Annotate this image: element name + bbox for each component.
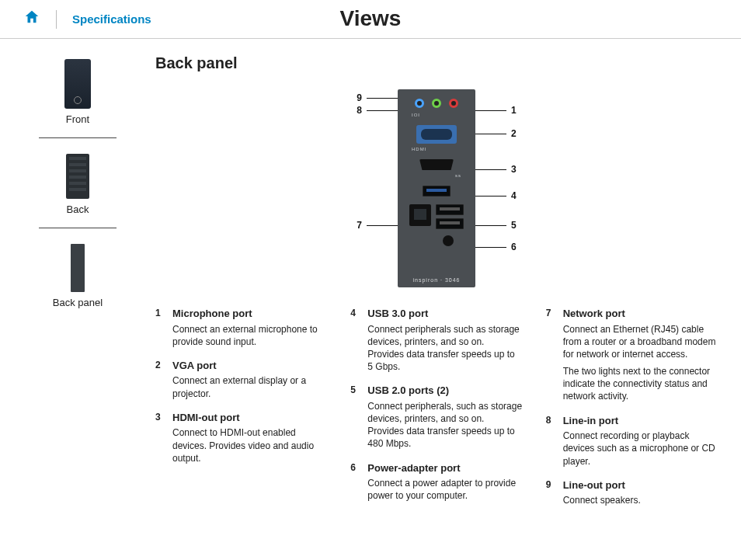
item-number: 6 [350,461,360,503]
sidebar-item-back[interactable]: Back [66,149,89,215]
item-description: Connect an Ethernet (RJ45) cable from a … [563,323,718,403]
mic-jack-icon [449,99,458,108]
usb2-port-icon [436,204,464,215]
item-title: Network port [563,307,718,321]
item-title: Line-in port [563,414,718,428]
item-number: 8 [546,414,555,468]
port-item-2: 2VGA portConnect an external display or … [155,359,327,400]
port-descriptions: 1Microphone portConnect an external micr… [155,307,718,507]
specifications-link[interactable]: Specifications [72,12,151,26]
item-title: USB 3.0 port [367,307,522,321]
port-item-6: 6Power-adapter portConnect a power adapt… [350,461,522,503]
line-in-jack-icon [415,99,424,108]
sidebar-divider [39,228,117,228]
usb3-side-label: ss [455,173,461,178]
item-number: 3 [155,411,165,464]
item-description: Connect peripherals such as storage devi… [367,323,522,374]
item-number: 4 [350,307,360,373]
hdmi-port-icon [419,159,454,170]
sidebar-item-back-panel[interactable]: Back panel [53,239,103,308]
section-title: Back panel [155,54,718,72]
port-item-4: 4USB 3.0 portConnect peripherals such as… [350,307,522,373]
callout-9: 9 [357,92,398,103]
back-thumbnail-icon [66,154,89,199]
sidebar-item-label: Front [66,113,89,125]
item-title: Power-adapter port [367,461,522,475]
hdmi-label: HDMI [412,147,426,151]
item-title: Line-out port [563,478,718,492]
callout-4: 4 [475,190,517,201]
item-description: Connect an external microphone to provid… [172,323,327,348]
callout-8: 8 [357,105,398,116]
item-description: Connect recording or playback devices su… [563,430,718,468]
port-item-7: 7Network portConnect an Ethernet (RJ45) … [546,307,718,403]
item-number: 7 [546,307,555,403]
port-item-3: 3HDMI-out portConnect to HDMI-out enable… [155,411,327,464]
item-number: 1 [155,307,165,348]
item-description: Connect peripherals, such as storage dev… [367,400,522,450]
port-item-8: 8Line-in portConnect recording or playba… [546,414,718,468]
usb2-port-icon [436,218,464,229]
ethernet-port-icon [409,204,431,226]
callout-2: 2 [475,128,517,139]
main-content: Back panel IOI HDMI ss [155,54,718,507]
item-description: Connect speakers. [563,494,718,506]
port-item-1: 1Microphone portConnect an external micr… [155,307,327,348]
sidebar-item-label: Back [67,203,89,215]
item-number: 5 [350,384,360,450]
port-item-5: 5USB 2.0 ports (2)Connect peripherals, s… [350,384,522,450]
view-sidebar: Front Back Back panel [23,54,132,507]
sidebar-item-label: Back panel [53,297,103,308]
divider [56,10,57,29]
home-icon[interactable] [23,9,40,30]
item-title: HDMI-out port [172,411,327,425]
callout-7: 7 [357,220,398,231]
callout-1: 1 [475,105,517,116]
power-adapter-port-icon [443,235,454,246]
item-title: VGA port [172,359,327,373]
callout-5: 5 [475,220,517,231]
item-description: Connect a power adapter to provide power… [367,477,522,502]
top-bar: Specifications [0,0,741,39]
panel-model-label: inspiron · 3046 [413,277,461,283]
item-number: 9 [546,478,555,507]
back-panel-thumbnail-icon [71,244,85,292]
item-description: Connect to HDMI-out enabled devices. Pro… [172,426,327,464]
item-title: Microphone port [172,307,327,321]
line-out-jack-icon [432,99,441,108]
sidebar-item-front[interactable]: Front [64,54,91,125]
front-thumbnail-icon [64,59,91,109]
item-description: Connect an external display or a project… [172,374,327,399]
vga-side-label: IOI [412,113,420,117]
vga-port-icon [416,125,457,144]
panel-graphic: IOI HDMI ss inspiron · 3046 [398,89,475,287]
back-panel-diagram: IOI HDMI ss inspiron · 3046 123456987 [304,82,569,291]
item-number: 2 [155,359,165,400]
usb3-port-icon [423,186,451,197]
sidebar-divider [39,137,117,138]
callout-3: 3 [475,164,517,175]
item-title: USB 2.0 ports (2) [367,384,522,398]
callout-6: 6 [475,242,517,252]
port-item-9: 9Line-out portConnect speakers. [546,478,718,507]
